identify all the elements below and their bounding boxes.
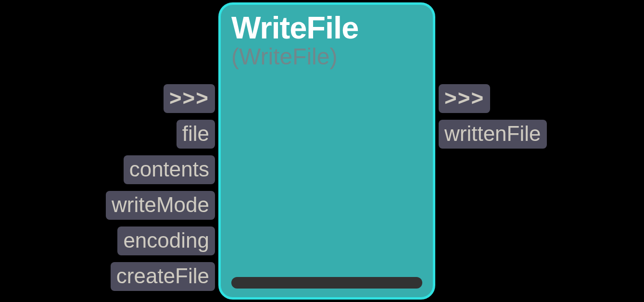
node-writefile[interactable]: WriteFile (WriteFile) <box>218 2 435 300</box>
input-port-writemode[interactable]: writeMode <box>106 191 215 220</box>
node-type: (WriteFile) <box>231 43 422 70</box>
output-exec-port[interactable]: >>> <box>439 84 490 113</box>
output-ports-column: >>> writtenFile <box>439 84 547 149</box>
input-port-encoding[interactable]: encoding <box>117 226 215 255</box>
input-port-createfile[interactable]: createFile <box>111 262 215 291</box>
node-graph-canvas[interactable]: >>> file contents writeMode encoding cre… <box>0 0 644 302</box>
input-port-contents[interactable]: contents <box>124 155 215 184</box>
input-ports-column: >>> file contents writeMode encoding cre… <box>106 84 215 291</box>
node-title: WriteFile <box>231 12 422 44</box>
input-exec-port[interactable]: >>> <box>164 84 215 113</box>
node-footer-bar <box>231 277 422 289</box>
input-port-file[interactable]: file <box>177 120 215 149</box>
output-port-writtenfile[interactable]: writtenFile <box>439 120 547 149</box>
